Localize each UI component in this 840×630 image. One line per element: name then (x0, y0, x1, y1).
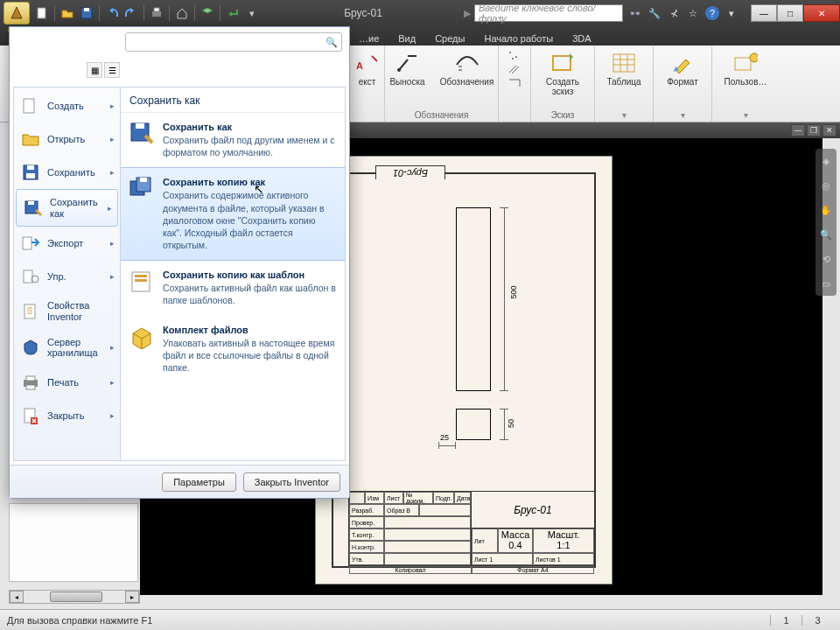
layers-icon[interactable] (200, 6, 214, 20)
app-menu-save[interactable]: Сохранить ▸ (14, 156, 120, 189)
star-icon[interactable]: ☆ (686, 6, 700, 20)
app-menu-search[interactable]: 🔍 (125, 32, 342, 52)
exit-inventor-button[interactable]: Закрыть Inventor (243, 472, 340, 492)
help-search-input[interactable]: Введите ключевое слово/фразу (474, 4, 623, 22)
scroll-right-button[interactable]: ▸ (125, 591, 139, 603)
window-buttons: — □ ✕ (751, 4, 840, 22)
tab-3da[interactable]: 3DA (564, 32, 599, 46)
scroll-left-button[interactable]: ◂ (10, 591, 24, 603)
wrench-icon[interactable]: 🔧 (648, 6, 662, 20)
ribbon-group-sketch: Создать эскиз Эскиз (531, 46, 595, 122)
svg-rect-34 (140, 178, 147, 182)
dots-icon[interactable] (506, 49, 523, 61)
app-menu-iproperties[interactable]: Свойства Inventor (14, 293, 120, 329)
tb-mass-value: 0.4 (508, 540, 522, 550)
title-block: Изм Лист № докум. Подп. Дата Разраб.Обра… (333, 491, 594, 566)
app-menu-vault[interactable]: Сервер хранилища ▸ (14, 330, 120, 366)
group-custom-drop[interactable]: ▾ (744, 108, 748, 120)
save-disk-icon (19, 163, 42, 182)
app-menu-export[interactable]: Экспорт ▸ (14, 227, 120, 260)
stub-label: екст (359, 77, 376, 87)
sketch-label: Создать эскиз (540, 77, 585, 96)
customize-button[interactable]: Пользов… (719, 49, 772, 88)
title-bar: ▾ Брус-01 ▶ Введите ключевое слово/фразу… (0, 0, 840, 26)
tab-view[interactable]: Вид (389, 32, 424, 46)
open-icon[interactable] (60, 6, 74, 20)
option-save-copy-as[interactable]: Сохранить копию как Сохранить содержимое… (121, 167, 345, 261)
app-menu-open[interactable]: Открыть ▸ (14, 122, 120, 156)
part-section-rect (456, 409, 491, 440)
app-menu-save-as[interactable]: Сохранить как ▸ (16, 189, 118, 227)
app-menu-manage[interactable]: Упр. ▸ (14, 260, 120, 293)
application-menu: 🔍 ▦ ☰ Создать ▸ Открыть ▸ Сохранить ▸ (9, 26, 350, 499)
app-logo-icon[interactable] (4, 2, 30, 24)
submenu-arrow-icon: ▸ (110, 378, 115, 387)
doc-close-button[interactable]: ✕ (822, 124, 836, 136)
browser-hscroll[interactable]: ◂ ▸ (9, 590, 140, 604)
home-icon[interactable] (175, 6, 189, 20)
minimize-button[interactable]: — (751, 4, 777, 22)
submenu-arrow-icon: ▸ (110, 135, 115, 144)
option-pack-and-go[interactable]: Комплект файлов Упаковать активный в нас… (121, 316, 345, 383)
recent-grid-icon[interactable]: ▦ (87, 62, 102, 78)
maximize-button[interactable]: □ (777, 4, 803, 22)
dropdown-icon[interactable]: ▾ (245, 6, 259, 20)
pack-and-go-icon (130, 325, 154, 349)
title-help-icons: 👓 🔧 ⊀ ☆ ? ▾ (623, 6, 744, 20)
app-menu-new[interactable]: Создать ▸ (14, 89, 120, 122)
hatch-icon[interactable] (506, 63, 523, 75)
edge-icon[interactable] (506, 77, 523, 89)
search-icon[interactable]: 🔍 (326, 37, 338, 48)
zoom-icon[interactable]: 🔍 (819, 228, 833, 242)
binoculars-icon[interactable]: 👓 (628, 6, 642, 20)
leader-button[interactable]: Выноска (386, 49, 430, 88)
close-doc-icon (19, 406, 42, 425)
dropdown-icon[interactable]: ▾ (724, 6, 738, 20)
group-table-drop[interactable]: ▾ (622, 108, 626, 120)
options-button[interactable]: Параметры (162, 472, 236, 492)
undo-icon[interactable] (105, 6, 119, 20)
app-menu-close[interactable]: Закрыть ▸ (14, 399, 120, 432)
app-menu-search-input[interactable] (130, 37, 326, 47)
tab-env[interactable]: Среды (426, 32, 473, 46)
doc-minimize-button[interactable]: — (791, 124, 805, 136)
nav-cube-icon[interactable]: ◈ (819, 154, 833, 168)
titleblock-name: Брус-01 (472, 492, 594, 528)
symbols-button[interactable]: Обозначения (437, 49, 498, 88)
scroll-thumb[interactable] (50, 592, 102, 602)
recent-list-icon[interactable]: ☰ (104, 62, 120, 78)
group-format-drop[interactable]: ▾ (681, 108, 685, 120)
new-icon[interactable] (35, 6, 49, 20)
table-button[interactable]: Таблица (602, 49, 646, 88)
app-menu-print[interactable]: Печать ▸ (14, 366, 120, 399)
svg-rect-27 (26, 385, 35, 389)
tab-getstart[interactable]: Начало работы (475, 32, 562, 46)
key-icon[interactable]: ⊀ (667, 6, 681, 20)
option-save-as[interactable]: Сохранить как Сохранить файл под другим … (121, 113, 345, 167)
text-button-stub[interactable]: A екст (346, 49, 389, 88)
svg-rect-37 (135, 279, 147, 282)
print-icon[interactable] (150, 6, 164, 20)
svg-rect-22 (24, 270, 32, 283)
svg-rect-21 (23, 237, 32, 249)
close-window-button[interactable]: ✕ (803, 4, 840, 22)
orbit-icon[interactable]: ⟲ (819, 252, 833, 266)
help-icon[interactable]: ? (705, 6, 719, 20)
app-menu-manage-label: Упр. (47, 271, 105, 283)
option-save-as-template[interactable]: Сохранить копию как шаблон Сохранить акт… (121, 261, 345, 315)
doc-restore-button[interactable]: ❐ (807, 124, 821, 136)
option-save-copy-desc: Сохранить содержимое активного документа… (163, 189, 336, 251)
pan-icon[interactable]: ✋ (819, 203, 833, 217)
browser-panel[interactable] (9, 503, 138, 582)
create-sketch-button[interactable]: Создать эскиз (538, 49, 587, 98)
save-icon[interactable] (80, 6, 94, 20)
steering-icon[interactable]: ◎ (819, 178, 833, 192)
return-icon[interactable] (226, 6, 240, 20)
tb-scale-value: 1:1 (556, 540, 570, 550)
redo-icon[interactable] (124, 6, 138, 20)
table-label: Таблица (606, 77, 640, 87)
tab-partial[interactable]: …ие (350, 32, 388, 46)
lookat-icon[interactable]: ▭ (819, 276, 833, 290)
tb-h-izm: Изм (365, 492, 384, 504)
format-button[interactable]: Формат (661, 49, 704, 88)
